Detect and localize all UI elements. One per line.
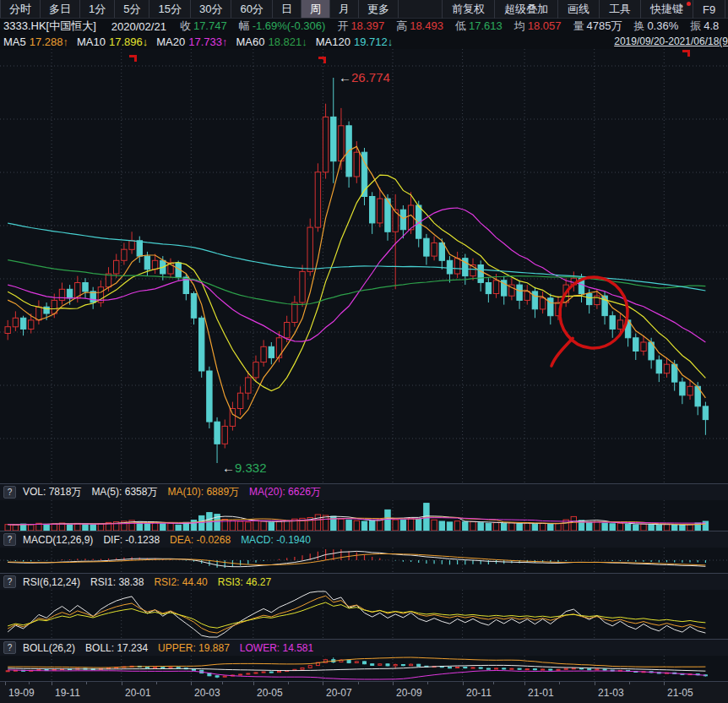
- time-axis-label: 19-09: [8, 687, 35, 699]
- ma-lines-layer: [8, 146, 705, 418]
- help-icon[interactable]: ?: [3, 533, 16, 546]
- axis-tick: [253, 682, 254, 685]
- toolbar-item[interactable]: 前复权: [442, 0, 494, 19]
- quote-field: 量4785万: [573, 19, 622, 32]
- quote-field: 均18.057: [514, 19, 562, 32]
- ma-legend-item: MA517.288↑: [3, 35, 68, 48]
- period-tab[interactable]: 月: [330, 0, 359, 18]
- ma-legend-bar: MA517.288↑MA1017.896↓MA2017.733↑MA6018.8…: [0, 34, 728, 49]
- toolbar-item[interactable]: 工具: [599, 0, 640, 19]
- indicator-value: BOLL: 17.234: [85, 642, 148, 654]
- quote-field: 高18.493: [396, 19, 443, 32]
- period-tab[interactable]: 分时: [1, 0, 41, 18]
- axis-tick: [595, 682, 595, 685]
- indicator-value: MACD(12,26,9): [23, 534, 93, 546]
- time-axis-label: 20-03: [194, 687, 220, 699]
- help-icon[interactable]: ?: [3, 486, 16, 499]
- indicator-value: MA(20): 6626万: [249, 486, 321, 498]
- time-axis-label: 20-11: [466, 687, 492, 699]
- volume-chart[interactable]: [0, 500, 728, 531]
- quote-fields: 收17.747幅-1.69%(-0.306)开18.397高18.493低17.…: [180, 19, 728, 34]
- macd-histogram-layer: [8, 549, 705, 568]
- ma-legend-item: MA6018.821↓: [236, 35, 307, 48]
- quote-field: 幅-1.69%(-0.306): [239, 19, 326, 32]
- boll-chart[interactable]: [0, 656, 728, 681]
- volume-header: ? VOL: 7818万MA(5): 6358万MA(10): 6889万MA(…: [0, 483, 728, 500]
- stock-chart-app: 分时多日1分5分15分30分60分日周月更多 前复权超级叠加画线工具快捷键F9普…: [0, 0, 728, 703]
- axis-tick: [463, 682, 464, 685]
- quote-field: 开18.397: [337, 19, 384, 32]
- toolbar-item[interactable]: 超级叠加: [494, 0, 557, 19]
- time-axis-label: 21-01: [528, 687, 554, 699]
- help-icon[interactable]: ?: [3, 575, 16, 588]
- ma-legend-item: MA2017.733↑: [156, 35, 227, 48]
- axis-tick: [524, 682, 525, 685]
- red-corner-mark: [682, 50, 690, 57]
- ma-legend-item: MA1017.896↓: [77, 35, 148, 48]
- candles-layer: [5, 78, 709, 463]
- indicator-value: BOLL(26,2): [23, 642, 75, 654]
- axis-tick: [393, 682, 394, 685]
- time-axis: 19-0919-1120-0120-0320-0520-0720-0920-11…: [0, 681, 728, 703]
- macd-values: MACD(12,26,9)DIF: -0.1238DEA: -0.0268MAC…: [23, 534, 321, 546]
- indicator-value: VOL: 7818万: [23, 486, 81, 498]
- axis-minor-tick: [358, 682, 359, 684]
- help-icon[interactable]: ?: [3, 641, 16, 654]
- toolbar-item[interactable]: 画线: [557, 0, 599, 19]
- indicator-value: RSI3: 46.27: [218, 576, 271, 588]
- period-toolbar: 分时多日1分5分15分30分60分日周月更多 前复权超级叠加画线工具快捷键F9普…: [0, 0, 728, 19]
- symbol-name: 3333.HK[中国恒大]: [3, 19, 96, 34]
- axis-tick: [122, 682, 122, 685]
- toolbar-item[interactable]: F9: [693, 0, 725, 19]
- indicator-value: RSI1: 38.38: [90, 576, 144, 588]
- high-annotation: ←26.774: [339, 70, 390, 84]
- time-axis-label: 20-09: [396, 687, 422, 699]
- ma-items: MA517.288↑MA1017.896↓MA2017.733↑MA6018.8…: [3, 35, 401, 48]
- quote-info-bar: 3333.HK[中国恒大] 2020/02/21 收17.747幅-1.69%(…: [0, 19, 728, 34]
- date-range-link[interactable]: 2019/09/20-2021/06/18(9: [614, 35, 728, 47]
- time-axis-label: 21-03: [598, 687, 624, 699]
- red-corner-mark: [318, 57, 326, 63]
- time-axis-label: 19-11: [55, 687, 80, 699]
- axis-minor-tick: [86, 682, 87, 684]
- quote-date: 2020/02/21: [111, 20, 166, 33]
- axis-tick: [191, 682, 192, 685]
- axis-minor-tick: [629, 682, 630, 684]
- toolbar-item[interactable]: 普通: [725, 0, 728, 19]
- notification-dot-icon: [687, 2, 691, 6]
- quote-field: 收17.747: [180, 19, 227, 32]
- axis-minor-tick: [156, 682, 157, 684]
- period-tab[interactable]: 5分: [115, 0, 149, 18]
- macd-header: ? MACD(12,26,9)DIF: -0.1238DEA: -0.0268M…: [0, 531, 728, 548]
- period-tab[interactable]: 1分: [80, 0, 115, 18]
- time-axis-label: 21-05: [667, 687, 693, 699]
- time-axis-label: 20-07: [326, 687, 352, 699]
- rsi-chart[interactable]: [0, 590, 728, 639]
- axis-tick: [323, 682, 323, 685]
- quote-field: 振4.8: [690, 19, 719, 32]
- boll-values: BOLL(26,2)BOLL: 17.234UPPER: 19.887LOWER…: [23, 642, 323, 654]
- period-tab[interactable]: 30分: [191, 0, 231, 18]
- period-tab[interactable]: 更多: [359, 0, 399, 18]
- period-tabs: 分时多日1分5分15分30分60分日周月更多: [0, 0, 399, 18]
- axis-minor-tick: [427, 682, 428, 684]
- axis-minor-tick: [222, 682, 223, 684]
- quote-field: 低17.613: [455, 19, 503, 32]
- low-annotation: ←9.332: [222, 460, 267, 475]
- indicator-value: MA(5): 6358万: [91, 486, 157, 498]
- period-tab[interactable]: 多日: [41, 0, 80, 18]
- indicator-value: MACD: -0.1940: [241, 534, 311, 546]
- indicator-value: MA(10): 6889万: [167, 486, 239, 498]
- rsi-values: RSI(6,12,24)RSI1: 38.38RSI2: 44.40RSI3: …: [23, 576, 281, 588]
- indicator-value: DIF: -0.1238: [103, 534, 160, 546]
- indicator-value: UPPER: 19.887: [158, 642, 230, 654]
- period-tab[interactable]: 周: [302, 0, 330, 18]
- macd-chart[interactable]: [0, 548, 728, 573]
- rsi-header: ? RSI(6,12,24)RSI1: 38.38RSI2: 44.40RSI3…: [0, 573, 728, 590]
- period-tab[interactable]: 15分: [149, 0, 190, 18]
- period-tab[interactable]: 60分: [231, 0, 272, 18]
- toolbar-item[interactable]: 快捷键: [640, 0, 693, 19]
- candlestick-chart[interactable]: ←26.774←9.332: [0, 49, 728, 483]
- time-axis-label: 20-01: [125, 687, 151, 699]
- period-tab[interactable]: 日: [273, 0, 302, 18]
